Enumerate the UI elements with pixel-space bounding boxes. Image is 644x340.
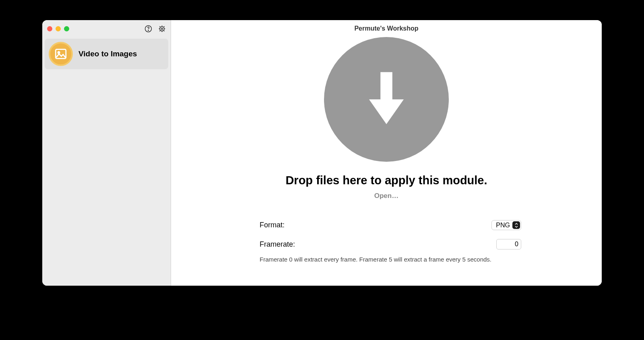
dropzone[interactable]: Drop files here to apply this module. Op… (171, 37, 602, 200)
svg-line-10 (159, 31, 160, 31)
image-icon (49, 42, 73, 66)
format-value: PNG (496, 222, 510, 229)
svg-rect-12 (56, 49, 66, 59)
help-icon[interactable] (144, 25, 152, 33)
chevron-updown-icon (512, 221, 520, 229)
drop-arrow-icon (324, 37, 449, 162)
gear-icon[interactable] (158, 25, 166, 33)
titlebar: Permute's Workshop (171, 20, 602, 37)
format-row: Format: PNG (260, 220, 521, 230)
svg-point-2 (159, 26, 164, 31)
traffic-lights (47, 26, 69, 31)
svg-line-6 (159, 26, 160, 27)
svg-point-13 (58, 52, 60, 53)
svg-line-7 (164, 31, 165, 31)
header-icons (144, 25, 166, 33)
sidebar-item-label: Video to Images (78, 49, 137, 58)
format-label: Format: (260, 221, 285, 229)
app-window: Video to Images Permute's Workshop Drop … (42, 20, 602, 286)
svg-point-3 (161, 28, 163, 29)
window-title: Permute's Workshop (354, 25, 418, 32)
framerate-input[interactable] (496, 239, 521, 249)
svg-point-1 (148, 30, 148, 30)
minimize-button[interactable] (56, 26, 61, 31)
format-select[interactable]: PNG (491, 220, 521, 230)
close-button[interactable] (47, 26, 52, 31)
main-content: Permute's Workshop Drop files here to ap… (171, 20, 602, 286)
open-button[interactable]: Open… (374, 192, 398, 200)
framerate-row: Framerate: (260, 239, 521, 249)
sidebar: Video to Images (42, 20, 171, 286)
sidebar-item-video-to-images[interactable]: Video to Images (45, 39, 168, 69)
sidebar-header (42, 20, 171, 37)
maximize-button[interactable] (64, 26, 69, 31)
svg-line-11 (164, 26, 165, 27)
options-panel: Format: PNG Framerate: Framerate 0 will … (171, 200, 602, 263)
dropzone-title: Drop files here to apply this module. (285, 174, 487, 187)
framerate-help-text: Framerate 0 will extract every frame. Fr… (260, 256, 521, 263)
framerate-label: Framerate: (260, 240, 295, 249)
